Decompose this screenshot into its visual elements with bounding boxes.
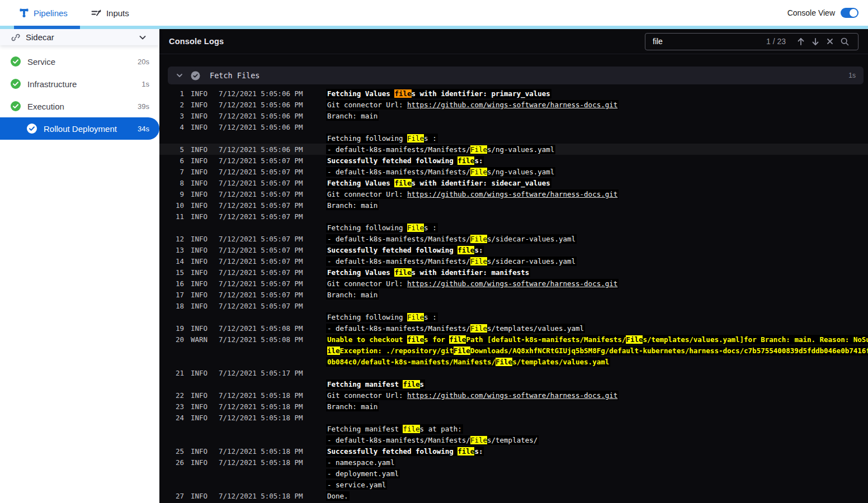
log-link[interactable]: https://github.com/wings-software/harnes… (407, 190, 617, 198)
log-timestamp: 7/12/2021 5:05:18 PM (219, 492, 303, 500)
search-match-current: file (394, 89, 411, 98)
log-line-number: 21 (168, 369, 184, 377)
sidebar-item-service[interactable]: Service 20s (0, 50, 159, 73)
log-message: - default-k8s-manifests/Manifests/Files/… (326, 324, 585, 333)
log-level: INFO (191, 257, 213, 265)
log-timestamp: 7/12/2021 5:05:07 PM (219, 201, 303, 210)
sidebar-item-infrastructure[interactable]: Infrastructure 1s (0, 73, 159, 95)
log-row: 15INFO7/12/2021 5:05:07 PMFetching Value… (159, 267, 868, 278)
log-line-number: 12 (168, 235, 184, 243)
log-line-number: 15 (168, 268, 184, 277)
log-line-number: 5 (168, 145, 184, 154)
log-text: s/templates/values.yaml (487, 324, 584, 333)
search-match: file (449, 335, 466, 344)
log-row: 18INFO7/12/2021 5:05:07 PM (159, 300, 868, 311)
log-message: Git connector Url: https://github.com/wi… (326, 391, 619, 400)
log-text: s/ng-values.yaml (487, 145, 554, 154)
log-timestamp: 7/12/2021 5:05:07 PM (219, 235, 303, 243)
tab-pipelines[interactable]: Pipelines (18, 0, 69, 26)
log-row: 5INFO7/12/2021 5:05:06 PM- default-k8s-m… (159, 144, 868, 155)
log-link[interactable]: https://github.com/wings-software/harnes… (407, 279, 617, 288)
step-duration: 34s (138, 125, 149, 133)
pipeline-name: Sidecar (26, 32, 54, 42)
log-message: Git connector Url: https://github.com/wi… (326, 189, 619, 199)
log-link[interactable]: https://github.com/wings-software/harnes… (407, 101, 617, 109)
log-level: INFO (191, 291, 213, 299)
log-rows: 1INFO7/12/2021 5:05:06 PMFetching Values… (159, 88, 868, 501)
search-match: ile (327, 347, 340, 355)
search-match: file (457, 447, 474, 455)
tab-inputs[interactable]: Inputs (90, 0, 130, 26)
step-success-icon (191, 71, 200, 80)
log-timestamp: 7/12/2021 5:05:18 PM (219, 414, 303, 422)
log-text: Git connector Url: (327, 279, 407, 288)
search-match: File (470, 145, 487, 154)
log-text: Git connector Url: (327, 101, 407, 109)
log-row: 27INFO7/12/2021 5:05:18 PMDone. (159, 490, 868, 501)
log-message: Git connector Url: https://github.com/wi… (326, 279, 619, 288)
log-text: s : (424, 224, 437, 232)
log-line-number: 11 (168, 212, 184, 221)
log-text: s: (474, 246, 483, 254)
log-warn-text: s/templates/values.yaml]for Branch: main… (643, 335, 868, 344)
log-message: Fetching Values files with identifier: p… (326, 89, 551, 98)
search-input[interactable] (652, 36, 766, 46)
next-match-icon[interactable] (808, 34, 823, 49)
search-match: file (403, 380, 419, 388)
log-row: 26INFO7/12/2021 5:05:18 PM- namespace.ya… (159, 457, 868, 468)
log-message: Branch: main (326, 111, 379, 121)
log-timestamp: 7/12/2021 5:05:06 PM (219, 89, 303, 98)
log-row: Fetching manifest files at path: (159, 423, 868, 434)
log-text: - default-k8s-manifests/Manifests/ (327, 436, 470, 444)
log-section-header[interactable]: Fetch Files 1s (168, 67, 864, 84)
sidebar-item-execution[interactable]: Execution 39s (0, 95, 159, 117)
search-match: File (407, 134, 424, 143)
log-row: 19INFO7/12/2021 5:05:08 PM- default-k8s-… (159, 322, 868, 334)
log-timestamp: 7/12/2021 5:05:06 PM (219, 145, 303, 154)
log-timestamp: 7/12/2021 5:05:07 PM (219, 190, 303, 198)
step-duration: 1s (141, 80, 149, 88)
log-message: Fetching following Files : (326, 312, 438, 322)
toggle-knob (850, 9, 857, 17)
log-warn-text: Downloads/AQ8xhfNCRtGIUjq5bSM8Fg/default… (470, 347, 868, 355)
console-header: Console Logs 1 / 23 (159, 29, 868, 54)
pipeline-header[interactable]: Sidecar (0, 29, 159, 45)
log-text: - service.yaml (327, 481, 386, 489)
log-line-number: 18 (168, 302, 184, 310)
log-timestamp: 7/12/2021 5:05:07 PM (219, 268, 303, 277)
log-text: Fetching manifest (327, 380, 403, 388)
log-text: Fetching following (327, 313, 407, 321)
log-level: INFO (191, 414, 213, 422)
active-tab-underline (14, 26, 80, 29)
console-view-toggle[interactable] (841, 8, 858, 18)
log-text: Successfully fetched following (327, 246, 457, 254)
log-message: - default-k8s-manifests/Manifests/Files/… (326, 257, 577, 266)
log-level: INFO (191, 212, 213, 221)
log-message: Fetching manifest files (326, 379, 425, 389)
log-line-number: 26 (168, 458, 184, 467)
log-line-number: 9 (168, 190, 184, 198)
log-text: Branch: main (327, 112, 378, 120)
log-message: Successfully fetched following files: (326, 156, 484, 165)
clear-search-icon[interactable] (823, 34, 837, 49)
tab-pipelines-label: Pipelines (34, 8, 68, 18)
log-row: - deployment.yaml (159, 468, 868, 479)
search-icon[interactable] (837, 34, 852, 49)
log-row: 1INFO7/12/2021 5:05:06 PMFetching Values… (159, 88, 868, 99)
log-level: INFO (191, 458, 213, 467)
log-row: 13INFO7/12/2021 5:05:07 PMSuccessfully f… (159, 244, 868, 255)
success-check-icon (10, 78, 21, 89)
log-timestamp: 7/12/2021 5:05:06 PM (219, 123, 303, 131)
log-row: 17INFO7/12/2021 5:05:07 PMBranch: main (159, 289, 868, 300)
previous-match-icon[interactable] (794, 34, 808, 49)
search-match: file (457, 156, 474, 165)
search-match: File (496, 358, 512, 366)
log-timestamp: 7/12/2021 5:05:07 PM (219, 246, 303, 254)
log-level: INFO (191, 89, 213, 98)
chevron-down-icon[interactable] (138, 33, 147, 42)
search-match: file (407, 335, 424, 344)
log-link[interactable]: https://github.com/wings-software/harnes… (407, 391, 617, 400)
log-level: INFO (191, 235, 213, 243)
sidebar-item-rollout-deployment[interactable]: Rollout Deployment 34s (0, 117, 159, 140)
collapse-chevron-icon[interactable] (176, 72, 183, 79)
